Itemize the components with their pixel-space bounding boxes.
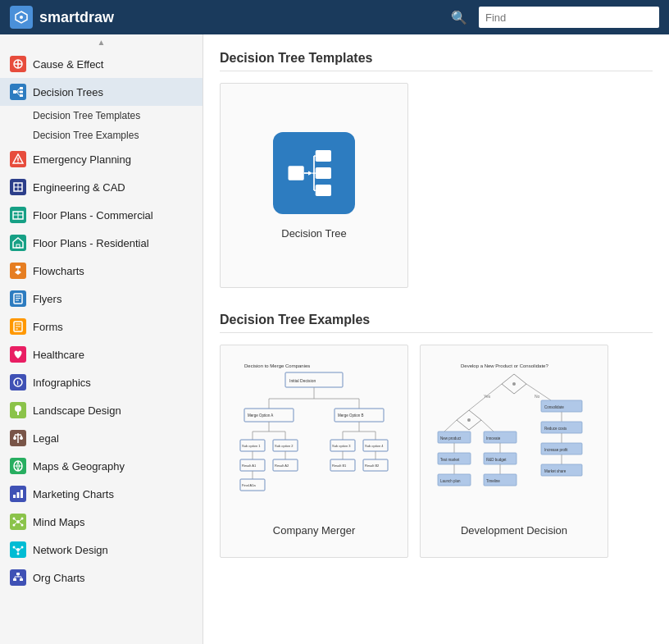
svg-point-1 [20, 16, 23, 19]
scroll-indicator: ▲ [0, 34, 203, 50]
sidebar-label-cause-effect: Cause & Effect [33, 58, 103, 71]
development-decision-label: Development Decision [461, 524, 567, 537]
svg-text:Result B1: Result B1 [332, 464, 347, 468]
sidebar-item-org-charts[interactable]: Org Charts [0, 564, 203, 591]
company-merger-label: Company Merger [273, 524, 355, 537]
svg-point-45 [16, 520, 20, 523]
sidebar-item-engineering-cad[interactable]: Engineering & CAD [0, 173, 203, 201]
sidebar-item-landscape-design[interactable]: Landscape Design [0, 396, 203, 424]
mind-maps-icon [10, 514, 26, 530]
sidebar-label-decision-trees: Decision Trees [33, 86, 103, 98]
legal-icon [10, 430, 26, 446]
svg-text:Develop a New Product or Conso: Develop a New Product or Consolidate? [461, 363, 548, 368]
decision-trees-icon [10, 84, 26, 100]
sidebar-item-network-design[interactable]: Network Design [0, 536, 203, 564]
svg-text:Result A2: Result A2 [275, 464, 289, 468]
sidebar-label-flyers: Flyers [33, 293, 61, 305]
sidebar-label-legal: Legal [33, 432, 59, 445]
sidebar-subitem-dt-examples[interactable]: Decision Tree Examples [0, 126, 203, 145]
cause-effect-icon [10, 56, 26, 72]
svg-rect-74 [316, 185, 331, 196]
network-design-icon [10, 541, 26, 558]
svg-point-14 [17, 162, 19, 163]
svg-text:i: i [17, 379, 19, 386]
svg-point-56 [21, 546, 24, 549]
sidebar-label-floor-residential: Floor Plans - Residential [33, 237, 149, 249]
development-decision-preview: Develop a New Product or Consolidate? Ye… [432, 354, 596, 518]
sidebar-item-maps-geography[interactable]: Maps & Geography [0, 452, 203, 480]
svg-rect-5 [13, 90, 16, 94]
svg-point-54 [16, 548, 20, 551]
sidebar-item-forms[interactable]: Forms [0, 313, 203, 340]
svg-marker-21 [13, 238, 23, 248]
svg-rect-61 [16, 573, 20, 575]
marketing-charts-icon [10, 486, 26, 502]
svg-point-55 [13, 546, 16, 549]
flyers-icon [10, 290, 26, 307]
logo-icon [10, 6, 33, 29]
svg-line-9 [16, 89, 20, 93]
sidebar-label-maps: Maps & Geography [33, 460, 125, 473]
logo-text: smartdraw [39, 9, 114, 26]
svg-text:Market share: Market share [544, 469, 567, 473]
svg-text:Sub option 4: Sub option 4 [365, 444, 384, 448]
sidebar-item-infographics[interactable]: i Infographics [0, 368, 203, 396]
svg-text:Merge Option A: Merge Option A [248, 413, 273, 418]
svg-point-142 [467, 418, 471, 422]
sidebar-item-flowcharts[interactable]: Flowcharts [0, 257, 203, 285]
svg-line-140 [469, 400, 481, 410]
svg-rect-72 [316, 150, 331, 162]
example-card-company-merger[interactable]: Decision to Merge Companies Initial Deci… [220, 345, 408, 558]
svg-text:Increase profit: Increase profit [544, 448, 568, 452]
sidebar-label-floor-commercial: Floor Plans - Commercial [33, 209, 153, 222]
sidebar-label-flowcharts: Flowcharts [33, 265, 84, 277]
svg-text:Sub option 2: Sub option 2 [275, 444, 294, 448]
svg-point-57 [17, 553, 20, 555]
templates-grid: Decision Tree [220, 83, 653, 288]
svg-text:New product: New product [440, 436, 462, 441]
sidebar-item-marketing-charts[interactable]: Marketing Charts [0, 480, 203, 508]
sidebar-subitem-dt-templates[interactable]: Decision Tree Templates [0, 106, 203, 126]
templates-section-title: Decision Tree Templates [220, 51, 653, 71]
sidebar-item-emergency-planning[interactable]: Emergency Planning [0, 145, 203, 173]
sidebar-item-healthcare[interactable]: Healthcare [0, 340, 203, 368]
sidebar-item-mind-maps[interactable]: Mind Maps [0, 508, 203, 536]
layout: ▲ Cause & Effect Decision Tre [0, 34, 669, 644]
template-card-decision-tree[interactable]: Decision Tree [220, 83, 408, 288]
search-icon[interactable]: 🔍 [448, 7, 471, 29]
main-content: Decision Tree Templates [203, 34, 669, 644]
landscape-design-icon [10, 402, 26, 418]
svg-rect-42 [13, 495, 16, 498]
header: smartdraw 🔍 [0, 0, 669, 34]
sidebar-label-engineering: Engineering & CAD [33, 181, 125, 194]
company-merger-preview: Decision to Merge Companies Initial Deci… [232, 354, 396, 518]
sidebar-item-decision-trees[interactable]: Decision Trees [0, 78, 203, 106]
svg-rect-8 [20, 94, 23, 97]
healthcare-icon [10, 346, 26, 363]
logo-area: smartdraw [10, 6, 114, 29]
svg-text:Reduce costs: Reduce costs [544, 427, 567, 431]
examples-grid: Decision to Merge Companies Initial Deci… [220, 345, 653, 558]
sidebar-item-legal[interactable]: Legal [0, 424, 203, 452]
search-input[interactable] [479, 7, 659, 28]
emergency-planning-icon [10, 151, 26, 167]
svg-text:Initial Decision: Initial Decision [289, 378, 316, 383]
svg-rect-69 [289, 166, 304, 180]
svg-line-143 [444, 420, 457, 432]
sidebar-item-floor-plans-commercial[interactable]: Floor Plans - Commercial [0, 201, 203, 229]
sidebar-item-flyers[interactable]: Flyers [0, 285, 203, 313]
floor-plans-commercial-icon [10, 207, 26, 223]
sidebar-item-floor-plans-residential[interactable]: Floor Plans - Residential [0, 229, 203, 257]
engineering-cad-icon [10, 179, 26, 195]
svg-rect-7 [20, 91, 23, 94]
examples-section-title: Decision Tree Examples [220, 313, 653, 333]
svg-text:R&D budget: R&D budget [486, 458, 507, 462]
svg-point-36 [15, 405, 21, 412]
svg-text:Result B2: Result B2 [365, 464, 380, 468]
sidebar-label-forms: Forms [33, 321, 63, 333]
sidebar: ▲ Cause & Effect Decision Tre [0, 34, 203, 644]
example-card-development-decision[interactable]: Develop a New Product or Consolidate? Ye… [420, 345, 608, 558]
sidebar-item-cause-effect[interactable]: Cause & Effect [0, 50, 203, 78]
svg-line-51 [20, 519, 21, 521]
svg-line-52 [15, 523, 16, 524]
